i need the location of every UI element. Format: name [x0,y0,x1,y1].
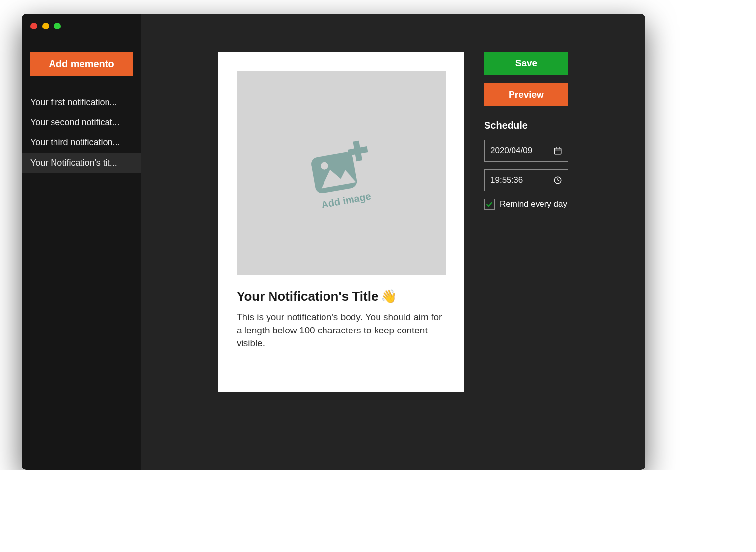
add-memento-button[interactable]: Add memento [30,52,133,76]
main-panel: Add image Your Notification's Title 👋 Th… [141,14,645,470]
schedule-time-field[interactable]: 19:55:36 [484,169,568,191]
sidebar-item-notification[interactable]: Your second notificat... [22,112,141,133]
notification-card: Add image Your Notification's Title 👋 Th… [218,52,464,392]
window-controls [30,23,61,29]
wave-emoji-icon: 👋 [381,289,397,304]
app-window: Add memento Your first notification... Y… [22,14,645,470]
svg-rect-5 [554,148,561,154]
minimize-window-icon[interactable] [42,23,49,29]
check-icon [486,200,493,208]
schedule-heading: Schedule [484,120,568,131]
preview-button[interactable]: Preview [484,83,568,106]
svg-line-11 [558,180,559,181]
notification-title-text: Your Notification's Title [237,289,378,304]
schedule-date-value: 2020/04/09 [490,146,532,156]
schedule-time-value: 19:55:36 [490,175,523,185]
schedule-date-field[interactable]: 2020/04/09 [484,140,568,162]
checkbox-box [484,199,495,210]
remind-every-day-checkbox[interactable]: Remind every day [484,199,568,210]
save-button[interactable]: Save [484,52,568,75]
add-image-icon: Add image [304,134,378,211]
sidebar-item-notification[interactable]: Your Notification's tit... [22,153,141,173]
remind-every-day-label: Remind every day [500,199,567,209]
calendar-icon [553,146,562,155]
notification-body[interactable]: This is your notification's body. You sh… [237,311,446,350]
notification-title[interactable]: Your Notification's Title 👋 [237,289,446,304]
add-image-dropzone[interactable]: Add image [237,71,446,275]
sidebar-item-notification[interactable]: Your third notification... [22,133,141,153]
sidebar: Add memento Your first notification... Y… [22,14,141,470]
clock-icon [553,176,562,185]
svg-rect-0 [310,151,358,194]
sidebar-item-notification[interactable]: Your first notification... [22,92,141,112]
maximize-window-icon[interactable] [54,23,61,29]
right-column: Save Preview Schedule 2020/04/09 19:55:3… [484,52,568,470]
close-window-icon[interactable] [30,23,37,29]
